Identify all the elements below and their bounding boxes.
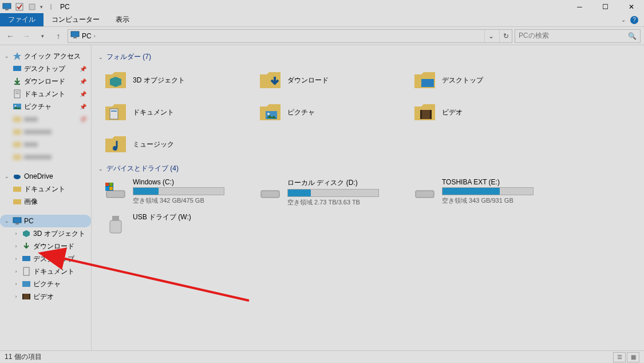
sidebar-item-label: ダウンロード	[24, 77, 65, 86]
maximize-button[interactable]: ☐	[592, 0, 618, 13]
group-folders-header[interactable]: ⌄ フォルダー (7)	[98, 52, 641, 62]
forward-button[interactable]: →	[19, 29, 33, 43]
drive-icon	[104, 178, 127, 201]
chevron-down-icon[interactable]: ⌄	[98, 54, 103, 60]
close-button[interactable]: ✕	[618, 0, 644, 13]
svg-rect-34	[111, 111, 117, 112]
search-input[interactable]: PCの検索 🔍	[515, 29, 641, 43]
breadcrumb-pc[interactable]: PC ›	[82, 32, 96, 40]
expand-icon[interactable]: ›	[13, 294, 19, 299]
expand-icon[interactable]: ›	[13, 231, 19, 236]
sidebar-downloads[interactable]: ダウンロード 📌	[0, 75, 91, 88]
qat-dropdown-icon[interactable]	[27, 2, 37, 11]
ribbon-chevron-down-icon[interactable]: ⌄	[621, 17, 626, 23]
back-button[interactable]: ←	[3, 29, 17, 43]
drive-c[interactable]: Windows (C:) 空き領域 342 GB/475 GB	[103, 177, 252, 209]
drive-w[interactable]: USB ドライブ (W:)	[103, 211, 252, 243]
sidebar-pictures[interactable]: ピクチャ 📌	[0, 100, 91, 113]
sidebar-item-label: OneDrive	[24, 172, 53, 180]
pin-icon: 📌	[80, 91, 86, 97]
expand-icon[interactable]: ⌄	[3, 218, 10, 224]
folder-icon	[104, 69, 127, 92]
drive-free-label: 空き領域 343 GB/931 GB	[442, 196, 534, 205]
sidebar-item-label: PC	[24, 217, 34, 225]
view-details-button[interactable]: ☰	[613, 352, 626, 362]
svg-rect-47	[261, 191, 279, 198]
sidebar-blurred-item[interactable]: xxxx 📌	[0, 113, 91, 125]
sidebar-od-images[interactable]: 画像	[0, 195, 91, 208]
sidebar-documents[interactable]: ドキュメント 📌	[0, 88, 91, 100]
address-dropdown-icon[interactable]: ⌄	[484, 30, 497, 42]
capacity-bar	[133, 187, 224, 195]
sidebar-item-label: ドキュメント	[33, 267, 74, 277]
sidebar-onedrive[interactable]: ⌄ OneDrive	[0, 170, 91, 183]
svg-point-19	[14, 175, 17, 178]
item-label: ミュージック	[133, 140, 174, 149]
folder-downloads[interactable]: ダウンロード	[258, 65, 406, 95]
sidebar-pc-documents[interactable]: › ドキュメント	[0, 265, 91, 278]
svg-rect-8	[14, 84, 20, 85]
expand-icon[interactable]: ⌄	[3, 53, 10, 59]
sidebar-quick-access[interactable]: ⌄ クイック アクセス	[0, 50, 91, 62]
sidebar-pc-downloads[interactable]: › ダウンロード	[0, 240, 91, 252]
picture-icon	[13, 102, 22, 111]
sidebar-pc-desktop[interactable]: › デスクトップ	[0, 252, 91, 265]
expand-icon[interactable]: ⌄	[3, 173, 10, 179]
tab-view[interactable]: 表示	[108, 13, 137, 26]
document-icon	[22, 267, 31, 276]
svg-rect-0	[3, 3, 11, 9]
sidebar-pc-videos[interactable]: › ビデオ	[0, 290, 91, 303]
expand-icon[interactable]: ›	[13, 269, 19, 274]
expand-icon[interactable]: ›	[13, 256, 19, 262]
expand-icon[interactable]: ›	[13, 243, 19, 249]
qat-properties-icon[interactable]	[15, 2, 24, 11]
svg-rect-16	[13, 142, 21, 147]
svg-rect-10	[15, 92, 19, 92]
sidebar-od-documents[interactable]: ドキュメント	[0, 183, 91, 195]
qat-chevron-down-icon[interactable]: ▾	[40, 4, 43, 10]
svg-rect-25	[22, 256, 30, 261]
tab-file[interactable]: ファイル	[0, 13, 44, 26]
folder-icon	[13, 140, 22, 149]
document-icon	[13, 89, 22, 98]
folder-3d-objects[interactable]: 3D オブジェクト	[103, 65, 252, 95]
sidebar-pc-pictures[interactable]: › ピクチャ	[0, 278, 91, 290]
svg-rect-26	[23, 267, 29, 275]
help-icon[interactable]: ?	[630, 16, 638, 24]
sidebar-pc-3d[interactable]: › 3D オブジェクト	[0, 227, 91, 240]
sidebar-pc[interactable]: ⌄ PC	[0, 215, 91, 227]
address-bar[interactable]: PC › ⌄ ↻	[68, 29, 512, 43]
drive-name: Windows (C:)	[133, 178, 224, 186]
sidebar-item-label: ドキュメント	[24, 89, 65, 99]
sidebar-desktop[interactable]: デスクトップ 📌	[0, 62, 91, 75]
picture-icon	[22, 279, 31, 289]
chevron-right-icon[interactable]: ›	[94, 33, 96, 39]
drive-d[interactable]: ローカル ディスク (D:) 空き領域 2.73 TB/3.63 TB	[258, 177, 406, 209]
folder-documents[interactable]: ドキュメント	[103, 97, 252, 127]
item-label: デスクトップ	[442, 76, 483, 85]
minimize-button[interactable]: ─	[567, 0, 592, 13]
sidebar-item-label: ダウンロード	[33, 242, 74, 251]
recent-dropdown-icon[interactable]: ▾	[35, 29, 49, 43]
drive-e[interactable]: TOSHIBA EXT (E:) 空き領域 343 GB/931 GB	[412, 177, 561, 209]
svg-rect-27	[22, 281, 30, 287]
svg-rect-30	[29, 294, 30, 299]
status-item-count: 11 個の項目	[5, 352, 42, 362]
pc-icon	[70, 30, 80, 41]
expand-icon[interactable]: ›	[13, 281, 19, 287]
group-devices-header[interactable]: ⌄ デバイスとドライブ (4)	[98, 164, 641, 173]
up-button[interactable]: ↑	[52, 29, 65, 43]
chevron-down-icon[interactable]: ⌄	[98, 166, 103, 172]
search-icon[interactable]: 🔍	[628, 32, 637, 40]
folder-pictures[interactable]: ピクチャ	[258, 97, 406, 127]
folder-music[interactable]: ミュージック	[103, 129, 252, 159]
sidebar-item-label: xxxxxxxx	[24, 153, 52, 161]
sidebar-blurred-item[interactable]: xxxx	[0, 138, 91, 151]
tab-computer[interactable]: コンピューター	[44, 13, 108, 26]
folder-videos[interactable]: ビデオ	[412, 97, 561, 127]
sidebar-blurred-item[interactable]: xxxxxxxx	[0, 125, 91, 138]
view-large-button[interactable]: ▦	[627, 352, 639, 362]
folder-desktop[interactable]: デスクトップ	[412, 65, 561, 95]
refresh-button[interactable]: ↻	[499, 30, 512, 42]
sidebar-blurred-item[interactable]: xxxxxxxx	[0, 151, 91, 163]
